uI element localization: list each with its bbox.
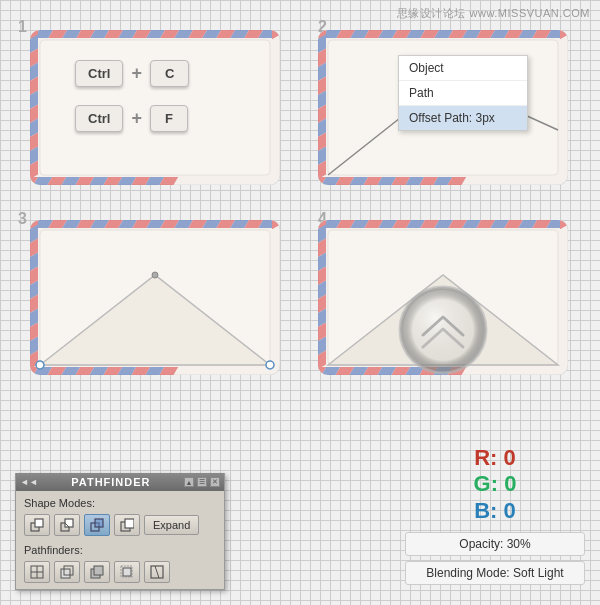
r-label: R: (474, 445, 497, 470)
watermark: 思缘设计论坛 www.MISSVUAN.COM (397, 6, 590, 21)
blending-mode-field: Blending Mode: Soft Light (405, 561, 585, 585)
step-3-label: 3 (18, 210, 27, 228)
outline-icon (150, 565, 164, 579)
b-value: 0 (504, 498, 516, 523)
titlebar-menu-btn[interactable]: ☰ (197, 477, 207, 487)
pathfinder-divide[interactable] (24, 561, 50, 583)
shape-mode-exclude[interactable] (114, 514, 140, 536)
shape-mode-add[interactable] (24, 514, 50, 536)
ctrl-key-1: Ctrl (75, 60, 123, 87)
pathfinder-panel: ◄◄ PATHFINDER ▲ ☰ ✕ Shape Modes: (15, 473, 225, 590)
svg-rect-251 (65, 519, 73, 527)
plus-1: + (131, 63, 142, 84)
subtract-shapes-icon (60, 518, 74, 532)
envelope-3-svg (30, 220, 280, 375)
f-key: F (150, 105, 188, 132)
svg-rect-264 (123, 568, 131, 576)
trim-icon (60, 565, 74, 579)
pathfinder-merge[interactable] (84, 561, 110, 583)
info-panel: R: 0 G: 0 B: 0 Opacity: 30% Blending Mod… (405, 445, 585, 590)
titlebar-close-btn[interactable]: ✕ (210, 477, 220, 487)
r-value: 0 (504, 445, 516, 470)
opacity-field: Opacity: 30% (405, 532, 585, 556)
menu-path: Path (399, 81, 527, 106)
pathfinder-titlebar: ◄◄ PATHFINDER ▲ ☰ ✕ (16, 473, 224, 491)
svg-rect-249 (35, 519, 43, 527)
shape-modes-row: Expand (24, 514, 216, 536)
envelope-4 (318, 220, 568, 375)
pathfinder-title: PATHFINDER (71, 476, 150, 488)
intersect-shapes-icon (90, 518, 104, 532)
rgb-display: R: 0 G: 0 B: 0 (405, 445, 585, 524)
step-1-label: 1 (18, 18, 27, 36)
shape-mode-intersect[interactable] (84, 514, 110, 536)
crop-icon (120, 565, 134, 579)
svg-rect-256 (125, 519, 134, 528)
svg-rect-254 (95, 519, 103, 527)
titlebar-arrows: ◄◄ (20, 477, 38, 487)
plus-2: + (131, 108, 142, 129)
c-key: C (150, 60, 189, 87)
svg-point-183 (36, 361, 44, 369)
ctrl-key-2: Ctrl (75, 105, 123, 132)
svg-line-267 (155, 566, 159, 578)
pathfinder-crop[interactable] (114, 561, 140, 583)
section-divider (0, 400, 600, 401)
menu-offset-path: Offset Path: 3px (399, 106, 527, 130)
divide-icon (30, 565, 44, 579)
pathfinder-trim[interactable] (54, 561, 80, 583)
envelope-3 (30, 220, 280, 375)
exclude-shapes-icon (120, 518, 134, 532)
envelope-1: Ctrl + C Ctrl + F (30, 30, 280, 185)
shape-modes-label: Shape Modes: (24, 497, 216, 509)
pathfinder-outline[interactable] (144, 561, 170, 583)
pathfinders-label: Pathfinders: (24, 544, 216, 556)
svg-rect-260 (61, 569, 70, 578)
shape-mode-subtract[interactable] (54, 514, 80, 536)
envelope-2: Object Path Offset Path: 3px (318, 30, 568, 185)
merge-icon (90, 565, 104, 579)
menu-object: Object (399, 56, 527, 81)
g-value: 0 (504, 471, 516, 496)
titlebar-collapse-btn[interactable]: ▲ (184, 477, 194, 487)
b-label: B: (474, 498, 497, 523)
pathfinders-row (24, 561, 216, 583)
expand-button[interactable]: Expand (144, 515, 199, 535)
add-shapes-icon (30, 518, 44, 532)
pathfinder-content: Shape Modes: (16, 491, 224, 589)
glass-circle-svg (398, 285, 488, 375)
svg-rect-263 (94, 566, 103, 575)
svg-point-182 (152, 272, 158, 278)
g-label: G: (474, 471, 498, 496)
svg-point-184 (266, 361, 274, 369)
